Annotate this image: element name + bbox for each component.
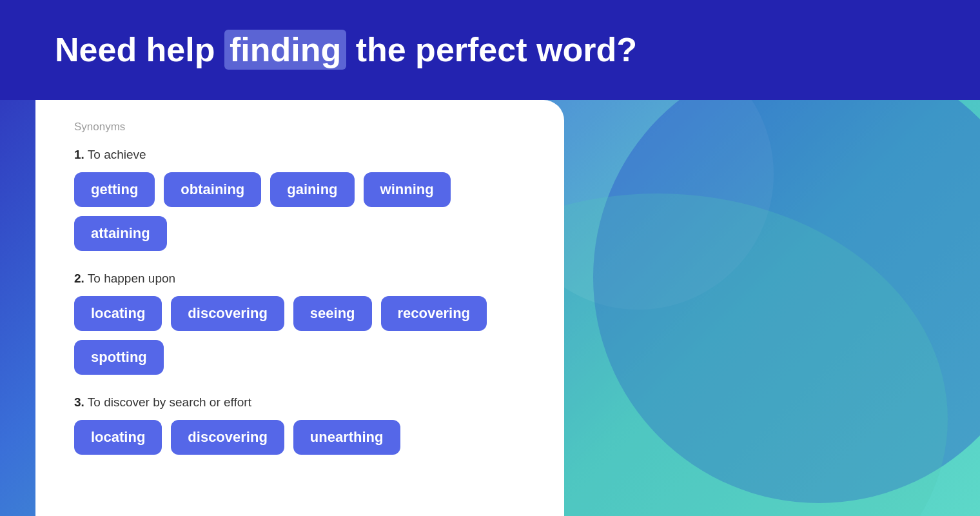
tag-2-3[interactable]: seeing xyxy=(293,296,372,331)
section-label: Synonyms xyxy=(74,121,525,134)
title-prefix: Need help xyxy=(55,31,224,68)
group-title-3: 3. To discover by search or effort xyxy=(74,395,525,410)
title-suffix: the perfect word? xyxy=(346,31,637,68)
title-highlight: finding xyxy=(224,30,346,70)
tags-row-1: gettingobtaininggainingwinningattaining xyxy=(74,172,525,251)
tag-2-5[interactable]: spotting xyxy=(74,340,164,375)
synonym-group-3: 3. To discover by search or effortlocati… xyxy=(74,395,525,455)
tags-row-2: locatingdiscoveringseeingrecoveringspott… xyxy=(74,296,525,375)
tag-3-2[interactable]: discovering xyxy=(171,420,284,455)
group-title-1: 1. To achieve xyxy=(74,148,525,162)
synonym-groups: 1. To achievegettingobtaininggainingwinn… xyxy=(74,148,525,455)
tag-2-2[interactable]: discovering xyxy=(171,296,284,331)
tag-2-4[interactable]: recovering xyxy=(381,296,487,331)
page-title: Need help finding the perfect word? xyxy=(55,31,637,70)
synonym-group-1: 1. To achievegettingobtaininggainingwinn… xyxy=(74,148,525,251)
page-header: Need help finding the perfect word? xyxy=(0,0,980,100)
tag-3-3[interactable]: unearthing xyxy=(293,420,400,455)
synonym-group-2: 2. To happen uponlocatingdiscoveringseei… xyxy=(74,272,525,375)
tag-1-5[interactable]: attaining xyxy=(74,216,167,251)
tag-1-4[interactable]: winning xyxy=(364,172,451,207)
synonyms-card: Synonyms 1. To achievegettingobtainingga… xyxy=(35,100,564,516)
group-title-2: 2. To happen upon xyxy=(74,272,525,286)
tag-2-1[interactable]: locating xyxy=(74,296,162,331)
tag-1-2[interactable]: obtaining xyxy=(164,172,261,207)
tag-1-3[interactable]: gaining xyxy=(270,172,354,207)
tag-1-1[interactable]: getting xyxy=(74,172,155,207)
tags-row-3: locatingdiscoveringunearthing xyxy=(74,420,525,455)
tag-3-1[interactable]: locating xyxy=(74,420,162,455)
